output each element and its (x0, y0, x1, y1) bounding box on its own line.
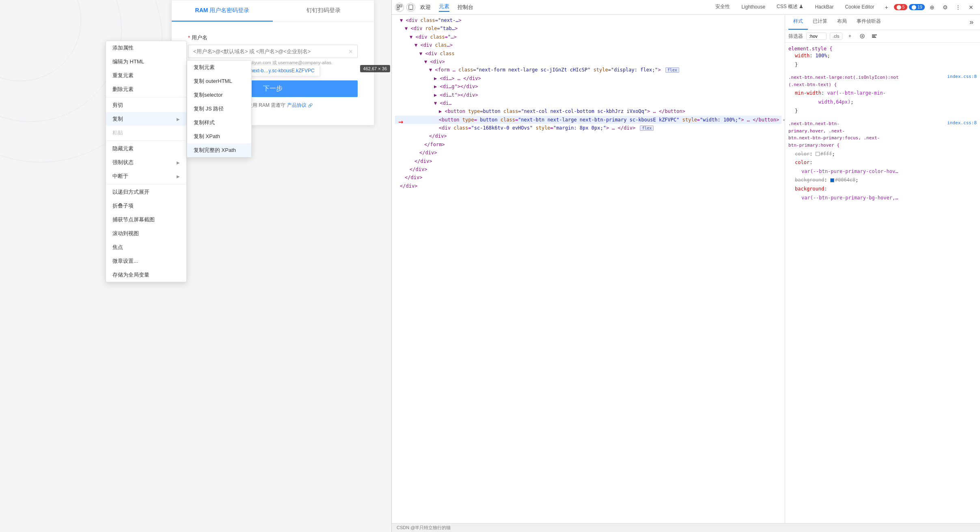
context-menu-scroll[interactable]: 滚动到视图 (106, 227, 186, 240)
device-toolbar-icon[interactable] (406, 3, 415, 12)
tab-elements[interactable]: 元素 (439, 3, 449, 12)
tab-console[interactable]: 控制台 (458, 4, 473, 11)
username-input[interactable] (188, 45, 344, 58)
tab-css-overview[interactable]: CSS 概述 ♟ (772, 2, 808, 13)
copy-submenu-arrow: ▶ (177, 117, 180, 121)
context-menu-divider-1 (106, 97, 186, 97)
styles-tab-styles[interactable]: 样式 (788, 15, 808, 30)
new-style-rule-icon[interactable] (870, 32, 879, 41)
context-menu-focus[interactable]: 焦点 (106, 240, 186, 254)
style-source-link-1[interactable]: index.css:8 (947, 74, 977, 79)
tab-security[interactable]: 安全性 (710, 2, 735, 13)
info-dot: ⬤ (911, 4, 916, 9)
context-menu-capture[interactable]: 捕获节点屏幕截图 (106, 213, 186, 227)
context-menu-add-attr[interactable]: 添加属性 (106, 41, 186, 55)
context-menu-store-global[interactable]: 存储为全局变量 (106, 268, 186, 282)
html-tag: <button type= button class="next-btn nex… (439, 117, 779, 123)
context-menu-hide[interactable]: 隐藏元素 (106, 142, 186, 156)
html-line-di2[interactable]: ▶ <di…g"></div> (395, 82, 781, 91)
tab-hackbar[interactable]: HackBar (810, 2, 838, 12)
style-block-element: element.style { width: 100%; } (788, 46, 977, 69)
html-line-6[interactable]: ▼ <div> (395, 58, 781, 66)
html-line-di3[interactable]: ▶ <di…t"></div> (395, 91, 781, 99)
inspect-element-icon[interactable] (395, 3, 404, 12)
html-line-2[interactable]: ▼ <div role="tab…> (395, 24, 781, 32)
submenu-copy-outer-html[interactable]: 复制 outerHTML (187, 74, 251, 88)
style-selector-element: element.style { (788, 46, 977, 52)
tab-ram-login[interactable]: RAM 用户名密码登录 (172, 0, 273, 22)
external-link-icon: 🔗 (308, 103, 313, 108)
submenu-copy-xpath[interactable]: 复制 XPath (187, 130, 251, 143)
styles-tab-event-listeners[interactable]: 事件侦听器 (852, 15, 886, 30)
html-tag: ▼ <div role="tab…> (405, 26, 458, 31)
main-area: RAM 用户名密码登录 钉钉扫码登录 *用户名 ✕ (0, 0, 980, 532)
style-val: #fff (816, 151, 832, 157)
filter-hov-input[interactable] (806, 32, 827, 40)
info-badge: ⬤ 19 (909, 4, 925, 10)
html-line-div-margin[interactable]: <div class="sc-168k6tv-0 evHOvs" style="… (395, 124, 781, 132)
tab-lighthouse[interactable]: Lighthouse (736, 2, 770, 12)
style-source-link-2[interactable]: index.css:8 (947, 120, 977, 125)
style-rule-color-var: var(--btn-pure-primary-color-hov… (788, 167, 977, 176)
html-tag: ▼ <div class="…> (410, 34, 457, 40)
html-line-button2-wrapper: → <button type= button class="next-btn n… (395, 116, 781, 124)
html-line-di1[interactable]: ▶ <di…> … </div> (395, 74, 781, 82)
html-line-button2[interactable]: <button type= button class="next-btn nex… (395, 116, 781, 124)
style-val: #0064c8 (830, 177, 856, 183)
styles-tab-computed[interactable]: 已计算 (808, 15, 832, 30)
settings-icon[interactable]: ⚙ (939, 2, 951, 13)
tab-dingtalk-label: 钉钉扫码登录 (307, 7, 341, 13)
context-menu-badge-settings[interactable]: 微章设置... (106, 254, 186, 268)
devtools-body-layout: ▼ <div class="next-…> ▼ <div role="tab…>… (392, 15, 980, 523)
html-line-button1[interactable]: ▶ <button type=button class="next-col ne… (395, 107, 781, 115)
browser-container: RAM 用户名密码登录 钉钉扫码登录 *用户名 ✕ (0, 0, 980, 532)
context-menu-edit-html[interactable]: 编辑为 HTML (106, 55, 186, 69)
html-line-form[interactable]: ▼ <form … class="next-form next-large sc… (395, 66, 781, 74)
toggle-element-state-icon[interactable] (858, 32, 867, 41)
clear-icon[interactable]: ✕ (344, 48, 357, 55)
styles-tab-layout[interactable]: 布局 (832, 15, 852, 30)
submenu-copy-styles[interactable]: 复制样式 (187, 116, 251, 130)
svg-rect-7 (872, 36, 875, 37)
context-menu-break-on[interactable]: 中断于 ▶ (106, 169, 186, 183)
html-line-5[interactable]: ▼ <div class (395, 50, 781, 58)
html-line-3[interactable]: ▼ <div class="…> (395, 33, 781, 41)
context-menu-cut[interactable]: 剪切 (106, 98, 186, 112)
close-devtools-icon[interactable]: ✕ (965, 2, 977, 13)
context-menu-collapse[interactable]: 折叠子项 (106, 199, 186, 213)
more-icon[interactable]: ⋮ (952, 2, 964, 13)
tab-welcome[interactable]: 欢迎 (420, 4, 431, 11)
submenu-copy-js-path[interactable]: 复制 JS 路径 (187, 102, 251, 116)
break-on-arrow: ▶ (177, 174, 180, 179)
devtools-toolbar: 欢迎 元素 控制台 安全性 Lighthouse CSS 概述 ♟ HackBa… (392, 0, 980, 15)
html-line-4[interactable]: ▼ <div clas…> (395, 41, 781, 49)
context-menu-paste: 粘贴 (106, 126, 186, 140)
filter-cls-btn[interactable]: .cls (830, 32, 842, 40)
context-menu-force-state[interactable]: 强制状态 ▶ (106, 156, 186, 169)
context-menu-copy[interactable]: 复制 ▶ (106, 112, 186, 126)
context-menu-duplicate[interactable]: 重复元素 (106, 69, 186, 82)
tab-suffix: 用户名密码登录 (209, 7, 249, 13)
context-menu-delete[interactable]: 删除元素 (106, 82, 186, 96)
svg-rect-2 (397, 8, 399, 10)
submenu-copy-element[interactable]: 复制元素 (187, 61, 251, 74)
add-tab-icon[interactable]: + (881, 2, 892, 13)
submenu-copy-selector[interactable]: 复制selector (187, 88, 251, 102)
html-line-1[interactable]: ▼ <div class="next-…> (395, 16, 781, 24)
add-style-rule-icon[interactable]: + (846, 32, 855, 41)
required-star: * (188, 35, 190, 41)
login-tabs: RAM 用户名密码登录 钉钉扫码登录 (172, 0, 374, 22)
context-menu-expand[interactable]: 以递归方式展开 (106, 185, 186, 199)
connect-icon[interactable]: ⊕ (926, 2, 938, 13)
html-line-close1: </div> (395, 149, 781, 157)
tab-dingtalk-login[interactable]: 钉钉扫码登录 (273, 0, 374, 22)
terms-link[interactable]: 产品协议 (287, 102, 307, 108)
page-content: RAM 用户名密码登录 钉钉扫码登录 *用户名 ✕ (0, 0, 391, 532)
svg-rect-0 (397, 5, 399, 7)
submenu-copy-full-xpath[interactable]: 复制完整的 XPath (187, 143, 251, 157)
styles-tab-more-icon[interactable]: » (966, 15, 977, 30)
tab-cookie-editor[interactable]: Cookie Editor (840, 2, 879, 12)
html-line-di4[interactable]: ▼ <di… (395, 99, 781, 107)
submenu: 复制元素 复制 outerHTML 复制selector 复制 JS 路径 复制… (187, 60, 252, 158)
style-prop: color (795, 160, 809, 165)
